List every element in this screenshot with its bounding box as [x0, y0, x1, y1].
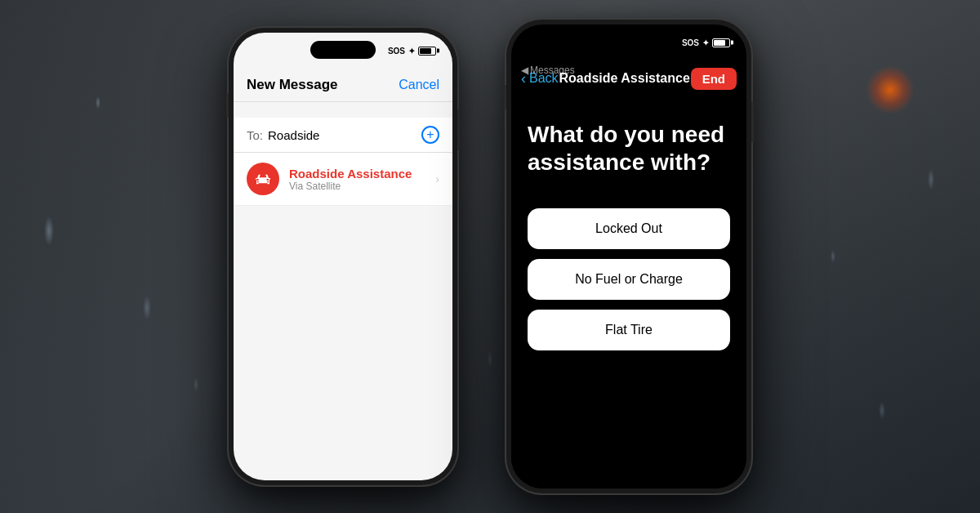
sos-icon: SOS	[388, 47, 405, 56]
chevron-right-icon: ›	[435, 172, 439, 185]
no-fuel-button[interactable]: No Fuel or Charge	[528, 259, 730, 300]
messages-nav: New Message Cancel	[234, 69, 452, 102]
to-label: To:	[247, 128, 263, 142]
volume-button-right-phone	[504, 85, 506, 109]
cancel-button[interactable]: Cancel	[399, 78, 439, 92]
left-status-icons: SOS ✦	[388, 47, 436, 56]
messages-back-label: Messages	[530, 65, 575, 76]
left-phone: 9:41 SOS ✦ New Message Cancel To: Roadsi…	[229, 28, 457, 485]
power-button	[457, 109, 460, 150]
dynamic-island-right	[596, 33, 662, 51]
add-recipient-button[interactable]: +	[421, 126, 439, 144]
right-phone: 9:41 SOS ✦ ◀ Messages ‹ Back	[506, 20, 751, 493]
dynamic-island-left	[310, 41, 376, 59]
back-arrow-small: ◀	[521, 65, 528, 76]
messages-back-bar: ◀ Messages	[511, 54, 746, 87]
contact-info: Roadside Assistance Via Satellite	[289, 167, 425, 192]
to-value[interactable]: Roadside	[268, 128, 421, 142]
contact-avatar	[247, 163, 279, 195]
assistance-options: Locked Out No Fuel or Charge Flat Tire	[528, 208, 730, 350]
battery-icon-right	[712, 38, 730, 47]
right-sos-icon: SOS	[682, 38, 699, 47]
contact-name: Roadside Assistance	[289, 167, 425, 181]
left-phone-screen: 9:41 SOS ✦ New Message Cancel To: Roadsi…	[234, 33, 452, 480]
right-satellite-icon: ✦	[702, 38, 709, 47]
assistance-question: What do you need assistance with?	[528, 121, 730, 176]
power-button-right-phone	[751, 101, 754, 142]
new-message-title: New Message	[247, 77, 338, 93]
satellite-icon: ✦	[408, 47, 415, 56]
to-field: To: Roadside +	[234, 118, 452, 153]
right-phone-screen: 9:41 SOS ✦ ◀ Messages ‹ Back	[511, 25, 746, 488]
contact-subtitle: Via Satellite	[289, 181, 425, 192]
flat-tire-button[interactable]: Flat Tire	[528, 310, 730, 350]
battery-icon-left	[418, 47, 436, 56]
phones-container: 9:41 SOS ✦ New Message Cancel To: Roadsi…	[0, 0, 980, 513]
right-status-icons: SOS ✦	[682, 38, 730, 47]
locked-out-button[interactable]: Locked Out	[528, 208, 730, 249]
volume-button	[226, 93, 229, 118]
assistance-content: What do you need assistance with? Locked…	[511, 96, 746, 488]
contact-row[interactable]: Roadside Assistance Via Satellite ›	[234, 153, 452, 206]
car-icon	[254, 172, 272, 185]
